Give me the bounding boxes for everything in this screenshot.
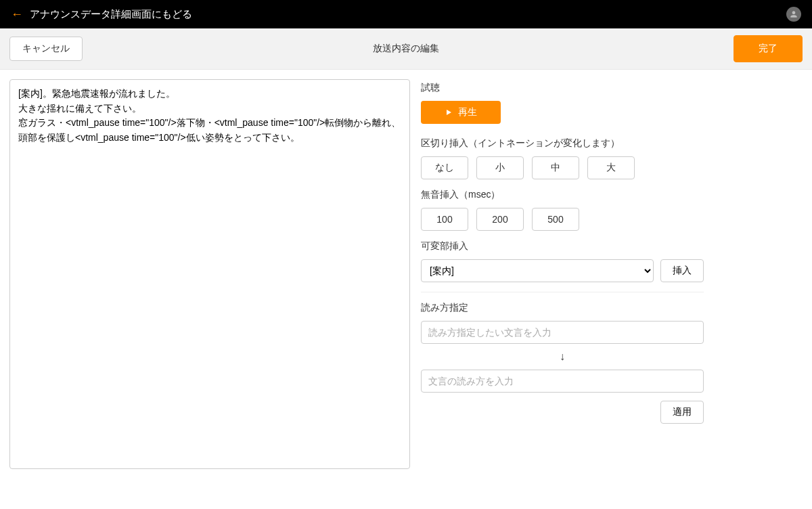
done-button[interactable]: 完了	[734, 35, 803, 62]
topbar: ← アナウンスデータ詳細画面にもどる	[0, 0, 812, 28]
subheader: キャンセル 放送内容の編集 完了	[0, 28, 812, 70]
cancel-button[interactable]: キャンセル	[9, 37, 83, 61]
down-arrow-icon: ↓	[421, 351, 704, 363]
preview-label: 試聴	[421, 82, 803, 94]
play-icon	[445, 108, 453, 116]
play-button[interactable]: 再生	[421, 101, 501, 124]
page-title: 放送内容の編集	[373, 43, 439, 55]
divider	[421, 292, 704, 292]
reading-source-input[interactable]	[421, 321, 704, 344]
reading-target-input[interactable]	[421, 370, 704, 393]
apply-row: 適用	[421, 401, 704, 424]
silence-label: 無音挿入（msec）	[421, 189, 803, 201]
back-arrow-icon[interactable]: ←	[11, 8, 23, 20]
separator-large-button[interactable]: 大	[587, 156, 635, 179]
separator-medium-button[interactable]: 中	[532, 156, 579, 179]
silence-100-button[interactable]: 100	[421, 208, 468, 231]
separator-small-button[interactable]: 小	[476, 156, 524, 179]
variable-row: [案内] 挿入	[421, 259, 803, 282]
back-label[interactable]: アナウンスデータ詳細画面にもどる	[30, 8, 192, 21]
separator-none-button[interactable]: なし	[421, 156, 468, 179]
broadcast-text-editor[interactable]	[9, 79, 410, 469]
content: 試聴 再生 区切り挿入（イントネーションが変化します） なし 小 中 大 無音挿…	[0, 70, 812, 479]
play-button-label: 再生	[458, 106, 477, 118]
silence-500-button[interactable]: 500	[532, 208, 579, 231]
variable-label: 可変部挿入	[421, 240, 803, 252]
separator-row: なし 小 中 大	[421, 156, 803, 179]
topbar-left: ← アナウンスデータ詳細画面にもどる	[11, 8, 192, 21]
reading-label: 読み方指定	[421, 302, 803, 314]
silence-row: 100 200 500	[421, 208, 803, 231]
user-avatar-icon[interactable]	[786, 7, 801, 22]
side-panel: 試聴 再生 区切り挿入（イントネーションが変化します） なし 小 中 大 無音挿…	[421, 79, 803, 424]
silence-200-button[interactable]: 200	[476, 208, 524, 231]
apply-button[interactable]: 適用	[660, 401, 704, 424]
variable-select[interactable]: [案内]	[421, 259, 654, 282]
insert-button[interactable]: 挿入	[660, 259, 704, 282]
separator-label: 区切り挿入（イントネーションが変化します）	[421, 137, 803, 150]
